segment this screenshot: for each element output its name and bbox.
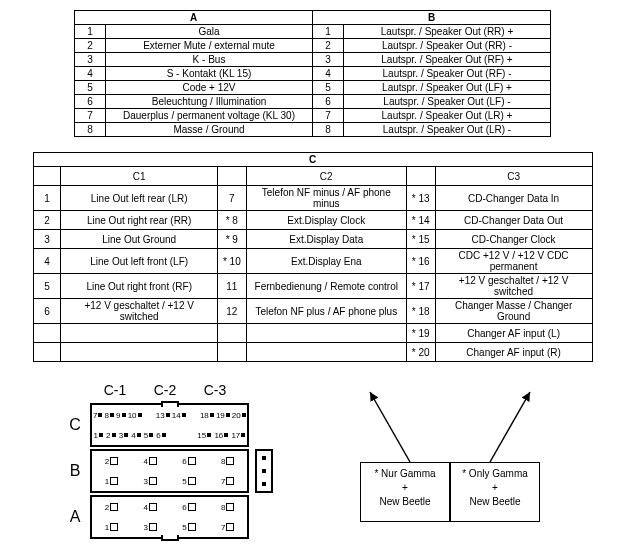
conn-block-a: 2468 1357 [90,495,249,539]
pin: 5 [144,431,153,440]
pin: 3 [143,477,156,486]
subheader-c1: C1 [61,167,217,186]
table-row: 2Externer Mute / external mute2Lautspr. … [75,39,551,53]
pin: 18 [200,411,214,420]
table-row: * 19Changer AF input (L) [33,324,592,343]
conn-side-a: A [60,508,90,526]
connector-table-c: C C1 C2 C3 1Line Out left rear (LR)7Tele… [33,152,593,362]
table-row: 4S - Kontakt (KL 15)4Lautspr. / Speaker … [75,67,551,81]
pin: 3 [143,523,156,532]
pin [194,413,198,417]
pin [169,433,173,437]
subheader-c3: C3 [435,167,592,186]
pin: 8 [221,503,234,512]
table-row: 2Line Out right rear (RR)* 8Ext.Display … [33,211,592,230]
pin: 2 [105,457,118,466]
bottom-area: C-1 C-2 C-3 C 789101314181920 1234561516… [10,382,615,554]
pin: 8 [105,411,114,420]
pin: 1 [105,523,118,532]
header-c: C [33,153,592,167]
pin [144,413,148,417]
pin: 4 [143,457,156,466]
pin: 2 [105,503,118,512]
pin: 4 [131,431,140,440]
table-row: 5Code + 12V5Lautspr. / Speaker Out (LF) … [75,81,551,95]
table-row: 5Line Out right front (RF)11Fernbedienun… [33,274,592,299]
note-boxes: * Nur Gamma + New Beetle * Only Gamma + … [360,462,540,522]
pin: 9 [116,411,125,420]
pin [176,433,180,437]
conn-top-label-1: C-1 [90,382,140,398]
table-row: 7Dauerplus / permanent voltage (KL 30)7L… [75,109,551,123]
conn-top-label-2: C-2 [140,382,190,398]
note-box-en: * Only Gamma + New Beetle [450,462,540,522]
pin: 15 [197,431,211,440]
pin: 8 [221,457,234,466]
pin [188,413,192,417]
pin: 2 [106,431,115,440]
pin: 13 [156,411,170,420]
pin: 7 [221,523,234,532]
pin [190,433,194,437]
pin: 4 [143,503,156,512]
note-box-de: * Nur Gamma + New Beetle [360,462,450,522]
svg-line-0 [370,392,410,462]
table-row: 3K - Bus3Lautspr. / Speaker Out (RF) + [75,53,551,67]
table-row: 1Gala1Lautspr. / Speaker Out (RR) + [75,25,551,39]
conn-top-label-3: C-3 [190,382,240,398]
pin: 6 [156,431,165,440]
pin: 1 [105,477,118,486]
pin: 16 [214,431,228,440]
conn-side-b: B [60,462,90,480]
table-row: 4Line Out left front (LF)* 10Ext.Display… [33,249,592,274]
connector-table-ab: A B 1Gala1Lautspr. / Speaker Out (RR) +2… [74,10,551,137]
subheader-c2: C2 [246,167,406,186]
header-b: B [313,11,551,25]
table-row: 6+12 V geschaltet / +12 V switched12Tele… [33,299,592,324]
pin: 20 [232,411,246,420]
conn-side-c: C [60,416,90,434]
side-connector [255,449,273,493]
pin: 19 [216,411,230,420]
table-row: 6Beleuchtung / Illumination6Lautspr. / S… [75,95,551,109]
pin: 5 [182,477,195,486]
connector-diagram: C-1 C-2 C-3 C 789101314181920 1234561516… [60,382,273,554]
header-a: A [75,11,313,25]
table-row: * 20Changer AF input (R) [33,343,592,362]
pin: 10 [128,411,142,420]
note-arrows [350,382,570,472]
table-row: 8Masse / Ground8Lautspr. / Speaker Out (… [75,123,551,137]
conn-block-b: 2468 1357 [90,449,249,493]
pin: 6 [182,457,195,466]
pin: 1 [94,431,103,440]
conn-block-c: 789101314181920 123456151617 [90,403,249,447]
pin: 14 [172,411,186,420]
pin [183,433,187,437]
table-row: 3Line Out Ground* 9Ext.Display Data* 15C… [33,230,592,249]
svg-line-1 [490,392,530,462]
table-row: 1Line Out left rear (LR)7Telefon NF minu… [33,186,592,211]
pin: 7 [93,411,102,420]
pin: 7 [221,477,234,486]
pin [150,413,154,417]
pin: 17 [231,431,245,440]
pin: 5 [182,523,195,532]
pin: 3 [119,431,128,440]
pin: 6 [182,503,195,512]
